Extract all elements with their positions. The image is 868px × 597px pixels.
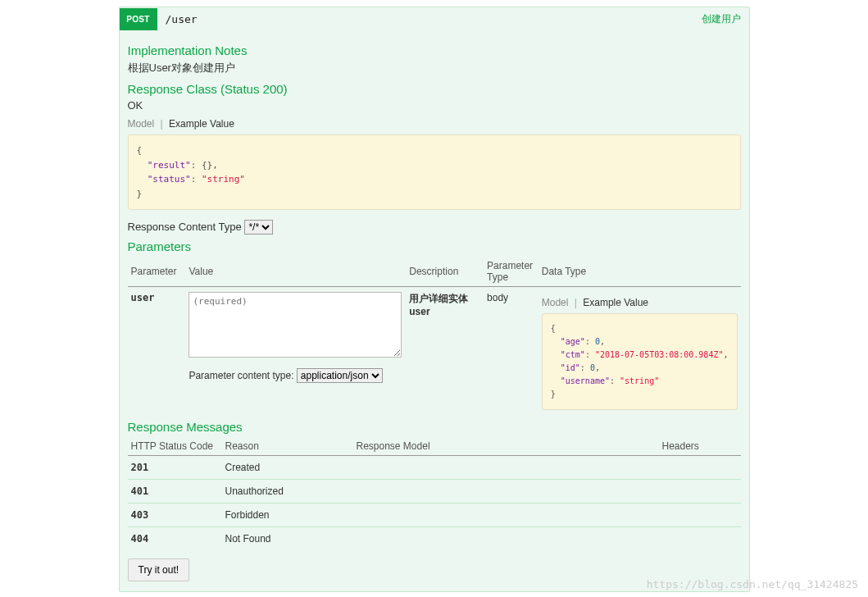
method-badge: POST <box>120 8 157 30</box>
response-row: 401 Unauthorized <box>128 480 741 504</box>
datatype-example-code[interactable]: { "age": 0, "ctm": "2018-07-05T03:08:00.… <box>542 313 738 410</box>
datatype-tabs: Model | Example Value <box>542 297 738 308</box>
parameter-value-textarea[interactable] <box>189 292 402 358</box>
tab-example-value[interactable]: Example Value <box>169 118 234 130</box>
endpoint-path: /user <box>157 13 702 25</box>
status-reason: Not Found <box>222 527 353 551</box>
parameter-type: body <box>484 287 539 416</box>
operation-post-user: POST /user 创建用户 Implementation Notes 根据U… <box>119 7 750 592</box>
col-headers: Headers <box>659 437 741 456</box>
response-content-type-label: Response Content Type <box>128 221 242 233</box>
parameter-row: user Parameter content type: application… <box>128 287 741 416</box>
status-reason: Created <box>222 456 353 480</box>
parameter-content-type-select[interactable]: application/json <box>297 368 383 383</box>
response-example-code[interactable]: { "result": {}, "status": "string" } <box>128 134 741 210</box>
response-row: 404 Not Found <box>128 527 741 551</box>
response-messages-heading: Response Messages <box>128 420 741 434</box>
col-parameter: Parameter <box>128 257 186 287</box>
parameters-table: Parameter Value Description Parameter Ty… <box>128 257 741 415</box>
status-code: 201 <box>128 456 222 480</box>
response-content-type-row: Response Content Type */* <box>128 220 741 235</box>
col-value: Value <box>185 257 406 287</box>
datatype-tab-model[interactable]: Model <box>542 297 569 308</box>
response-class-heading: Response Class (Status 200) <box>128 82 741 96</box>
col-http-status: HTTP Status Code <box>128 437 222 456</box>
status-reason: Forbidden <box>222 504 353 527</box>
tab-separator: | <box>157 118 166 130</box>
tab-separator: | <box>571 297 580 308</box>
model-example-tabs: Model | Example Value <box>128 118 741 130</box>
parameter-content-type-label: Parameter content type: <box>189 370 293 381</box>
try-it-out-button[interactable]: Try it out! <box>128 558 190 581</box>
operation-header[interactable]: POST /user 创建用户 <box>120 7 749 30</box>
status-reason: Unauthorized <box>222 480 353 504</box>
response-messages-table: HTTP Status Code Reason Response Model H… <box>128 437 741 550</box>
status-code: 403 <box>128 504 222 527</box>
tab-model[interactable]: Model <box>128 118 155 130</box>
col-response-model: Response Model <box>353 437 659 456</box>
endpoint-summary: 创建用户 <box>702 12 749 26</box>
response-content-type-select[interactable]: */* <box>244 220 273 235</box>
datatype-tab-example[interactable]: Example Value <box>583 297 648 308</box>
response-row: 403 Forbidden <box>128 504 741 527</box>
operation-body: Implementation Notes 根据User对象创建用户 Respon… <box>120 30 749 591</box>
status-code: 401 <box>128 480 222 504</box>
col-data-type: Data Type <box>539 257 741 287</box>
parameters-heading: Parameters <box>128 239 741 253</box>
parameter-description: 用户详细实体user <box>406 287 484 416</box>
status-code: 404 <box>128 527 222 551</box>
col-description: Description <box>406 257 484 287</box>
col-reason: Reason <box>222 437 353 456</box>
col-parameter-type: Parameter Type <box>484 257 539 287</box>
response-row: 201 Created <box>128 456 741 480</box>
implementation-notes-text: 根据User对象创建用户 <box>128 61 741 75</box>
parameter-name: user <box>128 287 186 416</box>
implementation-notes-heading: Implementation Notes <box>128 43 741 57</box>
response-class-text: OK <box>128 99 741 112</box>
